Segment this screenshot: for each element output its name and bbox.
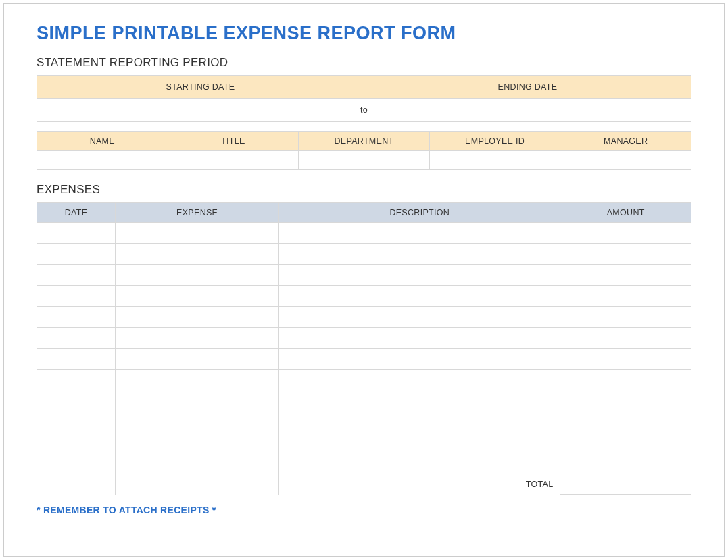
expense-row (37, 223, 691, 244)
footnote-receipts: * REMEMBER TO ATTACH RECEIPTS * (37, 505, 691, 515)
expense-date-cell[interactable] (37, 328, 116, 349)
emp-header-department: DEPARTMENT (299, 132, 430, 151)
total-amount-cell[interactable] (560, 474, 691, 495)
emp-name-cell[interactable] (37, 151, 168, 170)
expense-description-cell[interactable] (279, 265, 560, 286)
total-spacer (37, 474, 116, 495)
expense-amount-cell[interactable] (560, 328, 691, 349)
expense-date-cell[interactable] (37, 411, 116, 432)
expenses-table: DATE EXPENSE DESCRIPTION AMOUNT TOTAL (37, 202, 691, 495)
exp-header-description: DESCRIPTION (279, 203, 560, 223)
emp-header-title: TITLE (168, 132, 299, 151)
expense-row (37, 370, 691, 390)
expense-amount-cell[interactable] (560, 432, 691, 453)
expense-date-cell[interactable] (37, 223, 116, 244)
exp-header-amount: AMOUNT (560, 203, 691, 223)
expense-date-cell[interactable] (37, 349, 116, 370)
expense-expense-cell[interactable] (116, 244, 279, 265)
expense-date-cell[interactable] (37, 390, 116, 411)
expense-expense-cell[interactable] (116, 390, 279, 411)
expense-description-cell[interactable] (279, 307, 560, 328)
expense-row (37, 286, 691, 307)
expense-row (37, 390, 691, 411)
expense-description-cell[interactable] (279, 453, 560, 474)
expense-date-cell[interactable] (37, 244, 116, 265)
expense-description-cell[interactable] (279, 286, 560, 307)
expense-amount-cell[interactable] (560, 411, 691, 432)
form-title: SIMPLE PRINTABLE EXPENSE REPORT FORM (37, 23, 691, 44)
expense-description-cell[interactable] (279, 390, 560, 411)
period-start-header: STARTING DATE (37, 76, 364, 99)
emp-header-name: NAME (37, 132, 168, 151)
expense-date-cell[interactable] (37, 370, 116, 390)
emp-employee-id-cell[interactable] (429, 151, 560, 170)
expense-description-cell[interactable] (279, 328, 560, 349)
expense-expense-cell[interactable] (116, 349, 279, 370)
expense-row (37, 244, 691, 265)
expense-row (37, 432, 691, 453)
expense-amount-cell[interactable] (560, 390, 691, 411)
expense-date-cell[interactable] (37, 286, 116, 307)
expense-amount-cell[interactable] (560, 307, 691, 328)
expense-amount-cell[interactable] (560, 223, 691, 244)
expense-amount-cell[interactable] (560, 286, 691, 307)
period-section-label: STATEMENT REPORTING PERIOD (37, 56, 691, 70)
expense-row (37, 349, 691, 370)
expense-date-cell[interactable] (37, 265, 116, 286)
expense-amount-cell[interactable] (560, 349, 691, 370)
expense-expense-cell[interactable] (116, 411, 279, 432)
period-end-header: ENDING DATE (364, 76, 691, 99)
emp-header-employee-id: EMPLOYEE ID (429, 132, 560, 151)
emp-department-cell[interactable] (299, 151, 430, 170)
expense-expense-cell[interactable] (116, 370, 279, 390)
period-table: STARTING DATE ENDING DATE to (37, 75, 691, 122)
expense-expense-cell[interactable] (116, 307, 279, 328)
expense-expense-cell[interactable] (116, 223, 279, 244)
expense-description-cell[interactable] (279, 244, 560, 265)
emp-title-cell[interactable] (168, 151, 299, 170)
expense-amount-cell[interactable] (560, 453, 691, 474)
total-spacer (116, 474, 279, 495)
expense-amount-cell[interactable] (560, 370, 691, 390)
expense-row (37, 453, 691, 474)
expense-description-cell[interactable] (279, 370, 560, 390)
expense-expense-cell[interactable] (116, 453, 279, 474)
expense-amount-cell[interactable] (560, 244, 691, 265)
expense-description-cell[interactable] (279, 349, 560, 370)
employee-table: NAME TITLE DEPARTMENT EMPLOYEE ID MANAGE… (37, 131, 691, 170)
expense-row (37, 328, 691, 349)
expense-row (37, 411, 691, 432)
expense-amount-cell[interactable] (560, 265, 691, 286)
page-container: SIMPLE PRINTABLE EXPENSE REPORT FORM STA… (3, 3, 725, 557)
expense-expense-cell[interactable] (116, 265, 279, 286)
period-separator-cell[interactable]: to (37, 99, 691, 122)
expense-description-cell[interactable] (279, 432, 560, 453)
expense-description-cell[interactable] (279, 223, 560, 244)
expense-date-cell[interactable] (37, 307, 116, 328)
expense-description-cell[interactable] (279, 411, 560, 432)
exp-header-date: DATE (37, 203, 116, 223)
expense-expense-cell[interactable] (116, 286, 279, 307)
expense-date-cell[interactable] (37, 432, 116, 453)
expense-row (37, 307, 691, 328)
emp-header-manager: MANAGER (560, 132, 691, 151)
total-label: TOTAL (279, 474, 560, 495)
exp-header-expense: EXPENSE (116, 203, 279, 223)
expenses-section-label: EXPENSES (37, 183, 691, 197)
expense-row (37, 265, 691, 286)
expense-expense-cell[interactable] (116, 432, 279, 453)
expense-date-cell[interactable] (37, 453, 116, 474)
expense-expense-cell[interactable] (116, 328, 279, 349)
emp-manager-cell[interactable] (560, 151, 691, 170)
